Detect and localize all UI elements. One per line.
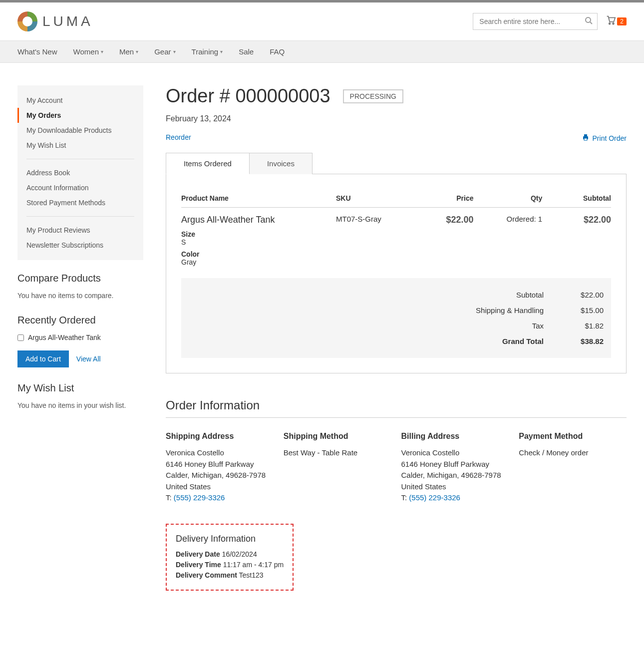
reorder-link[interactable]: Reorder	[166, 133, 191, 143]
view-all-link[interactable]: View All	[76, 355, 101, 363]
size-label: Size	[181, 230, 336, 238]
bill-name: Veronica Costello	[401, 447, 509, 459]
cart-icon	[605, 14, 616, 28]
sidebar-item-newsletter-subscriptions[interactable]: Newsletter Subscriptions	[17, 238, 143, 253]
order-date: February 13, 2024	[166, 114, 627, 123]
line-subtotal-value: $22.00	[584, 215, 611, 225]
color-label: Color	[181, 250, 336, 258]
bill-street: 6146 Honey Bluff Parkway	[401, 459, 509, 470]
order-info-columns: Shipping Address Veronica Costello 6146 …	[166, 430, 627, 504]
search-icon[interactable]	[585, 16, 593, 26]
sidebar-separator	[26, 216, 134, 217]
tab-items-ordered[interactable]: Items Ordered	[166, 153, 250, 174]
page-title: Order # 000000003	[166, 85, 330, 107]
order-tabs: Items Ordered Invoices	[166, 153, 627, 174]
sidebar-item-my-orders[interactable]: My Orders	[17, 108, 143, 123]
bill-tel-prefix: T:	[401, 493, 409, 502]
nav-item-gear[interactable]: Gear ▾	[146, 41, 183, 62]
sidebar-item-stored-payment-methods[interactable]: Stored Payment Methods	[17, 195, 143, 210]
delivery-date-value: 16/02/2024	[222, 550, 257, 558]
content: Order # 000000003 PROCESSING February 13…	[166, 85, 627, 591]
search-input[interactable]	[473, 13, 598, 30]
cart-count-badge: 2	[617, 17, 627, 25]
billing-address-col: Billing Address Veronica Costello 6146 H…	[401, 430, 509, 504]
sidebar: My AccountMy OrdersMy Downloadable Produ…	[17, 85, 143, 591]
order-actions: Reorder Print Order	[166, 133, 627, 143]
color-value: Gray	[181, 258, 336, 266]
delivery-info-title: Delivery Information	[176, 534, 284, 544]
grand-total-label: Grand Total	[444, 337, 544, 345]
items-table: Product Name SKU Price Qty Subtotal Argu…	[181, 189, 611, 273]
delivery-info-box: Delivery Information Delivery Date 16/02…	[166, 524, 294, 591]
delivery-comment-value: Test123	[239, 571, 264, 579]
shipping-value: $15.00	[564, 306, 604, 315]
delivery-comment-label: Delivery Comment	[176, 571, 237, 579]
delivery-time-label: Delivery Time	[176, 561, 221, 569]
ship-city: Calder, Michigan, 49628-7978	[166, 470, 274, 481]
bill-country: United States	[401, 481, 509, 493]
shipping-method-value: Best Way - Table Rate	[284, 447, 391, 459]
svg-line-1	[590, 22, 592, 24]
payment-method-value: Check / Money order	[519, 447, 627, 459]
product-name: Argus All-Weather Tank	[181, 215, 336, 225]
payment-method-col: Payment Method Check / Money order	[519, 430, 627, 504]
table-row: Argus All-Weather Tank Size S Color Gray…	[181, 208, 611, 274]
svg-rect-5	[584, 134, 587, 136]
wishlist-title: My Wish List	[17, 382, 143, 394]
order-info-title: Order Information	[166, 398, 627, 418]
sku-value: MT07-S-Gray	[336, 208, 405, 274]
order-panel: Product Name SKU Price Qty Subtotal Argu…	[166, 174, 627, 373]
col-subtotal: Subtotal	[542, 189, 611, 208]
payment-method-head: Payment Method	[519, 430, 627, 442]
nav-item-what-s-new[interactable]: What's New	[17, 41, 65, 62]
wishlist-block: My Wish List You have no items in your w…	[17, 382, 143, 409]
delivery-date-label: Delivery Date	[176, 550, 220, 558]
ship-tel-link[interactable]: (555) 229-3326	[174, 493, 225, 502]
recent-item-label: Argus All-Weather Tank	[28, 333, 101, 341]
bill-tel-link[interactable]: (555) 229-3326	[409, 493, 460, 502]
nav-item-women[interactable]: Women ▾	[65, 41, 111, 62]
col-sku: SKU	[336, 189, 405, 208]
header: LUMA 2	[2, 2, 642, 40]
header-right: 2	[473, 13, 627, 30]
tab-invoices[interactable]: Invoices	[250, 153, 313, 174]
billing-address-head: Billing Address	[401, 430, 509, 442]
main: My AccountMy OrdersMy Downloadable Produ…	[2, 63, 642, 621]
sidebar-item-account-information[interactable]: Account Information	[17, 180, 143, 195]
recent-title: Recently Ordered	[17, 315, 143, 326]
nav-item-men[interactable]: Men ▾	[111, 41, 146, 62]
size-value: S	[181, 238, 336, 246]
bill-city: Calder, Michigan, 49628-7978	[401, 470, 509, 481]
main-nav: What's NewWomen ▾Men ▾Gear ▾Training ▾Sa…	[0, 40, 644, 63]
ship-tel-prefix: T:	[166, 493, 174, 502]
sidebar-item-my-account[interactable]: My Account	[17, 93, 143, 108]
title-row: Order # 000000003 PROCESSING	[166, 85, 627, 107]
shipping-method-head: Shipping Method	[284, 430, 391, 442]
recent-item-checkbox[interactable]	[17, 334, 24, 341]
nav-item-faq[interactable]: FAQ	[262, 41, 293, 62]
print-order-link[interactable]: Print Order	[582, 133, 627, 143]
shipping-method-col: Shipping Method Best Way - Table Rate	[284, 430, 391, 504]
totals-block: Subtotal$22.00 Shipping & Handling$15.00…	[181, 278, 611, 358]
ship-country: United States	[166, 481, 274, 493]
nav-item-sale[interactable]: Sale	[231, 41, 262, 62]
status-badge: PROCESSING	[343, 89, 403, 103]
shipping-address-head: Shipping Address	[166, 430, 274, 442]
logo[interactable]: LUMA	[17, 11, 93, 31]
recent-item-row: Argus All-Weather Tank	[17, 333, 143, 341]
tax-label: Tax	[444, 322, 544, 330]
sidebar-item-my-wish-list[interactable]: My Wish List	[17, 138, 143, 153]
chevron-down-icon: ▾	[101, 49, 103, 54]
logo-icon	[17, 11, 37, 31]
qty-value: Ordered: 1	[473, 208, 542, 274]
sidebar-item-my-downloadable-products[interactable]: My Downloadable Products	[17, 123, 143, 138]
ship-name: Veronica Costello	[166, 447, 274, 459]
sidebar-item-address-book[interactable]: Address Book	[17, 165, 143, 180]
sidebar-item-my-product-reviews[interactable]: My Product Reviews	[17, 223, 143, 238]
add-to-cart-button[interactable]: Add to Cart	[17, 350, 69, 367]
nav-item-training[interactable]: Training ▾	[184, 41, 231, 62]
subtotal-label: Subtotal	[444, 291, 544, 299]
logo-text: LUMA	[42, 13, 93, 29]
delivery-time-value: 11:17 am - 4:17 pm	[223, 561, 284, 569]
cart-button[interactable]: 2	[605, 14, 627, 28]
